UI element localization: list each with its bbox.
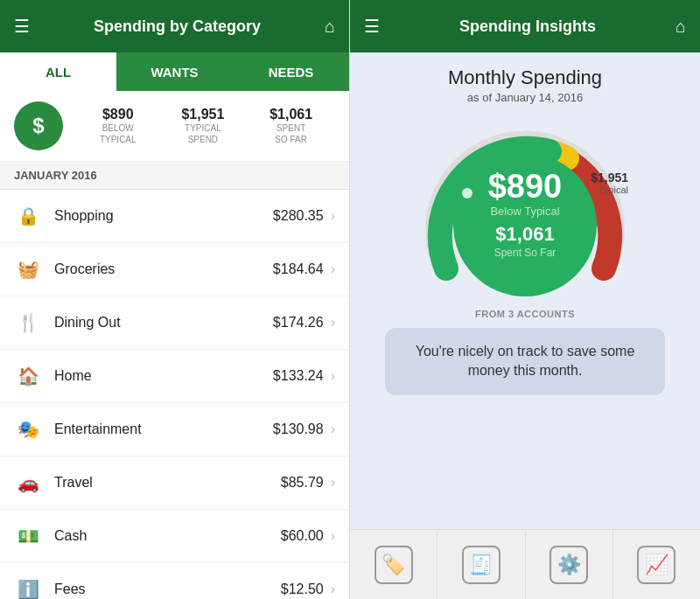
from-accounts: FROM 3 ACCOUNTS (475, 309, 575, 319)
gauge-container: $890 Below Typical $1,061 Spent So Far $… (411, 111, 639, 303)
groceries-name: Groceries (54, 261, 273, 277)
right-panel: ☰ Spending Insights ⌂ Monthly Spending a… (350, 0, 700, 599)
right-home-icon[interactable]: ⌂ (676, 17, 686, 37)
dining-name: Dining Out (54, 315, 273, 331)
entertainment-icon: 🎭 (14, 415, 42, 443)
shopping-chevron-icon: › (331, 208, 335, 224)
monthly-date: as of January 14, 2016 (467, 91, 583, 104)
travel-icon: 🚗 (14, 469, 42, 497)
stat-typical-spend: $1,951 TYPICALSPEND (181, 107, 224, 145)
groceries-icon: 🧺 (14, 255, 42, 283)
spent-so-far-label: SPENTSO FAR (270, 122, 312, 145)
gauge-main-amount: $890 (455, 170, 595, 203)
nav-item-tag[interactable]: 🏷️ (350, 530, 438, 599)
fees-chevron-icon: › (331, 582, 335, 597)
message-bubble: You're nicely on track to save some mone… (385, 328, 665, 395)
monthly-title: Monthly Spending (448, 66, 602, 89)
entertainment-amount: $130.98 (273, 421, 324, 437)
tab-all[interactable]: ALL (0, 52, 116, 91)
entertainment-name: Entertainment (54, 421, 273, 437)
nav-item-chart[interactable]: 📈 (613, 530, 700, 599)
home-name: Home (54, 368, 273, 384)
spent-so-far-amount: $1,061 (270, 107, 312, 122)
gauge-spend-label: Spent So Far (455, 247, 595, 259)
category-list: 🔒 Shopping $280.35 › 🧺 Groceries $184.64… (0, 190, 349, 599)
below-typical-label: BELOWTYPICAL (100, 122, 136, 145)
home-chevron-icon: › (331, 368, 335, 384)
cash-chevron-icon: › (331, 528, 335, 544)
right-header: ☰ Spending Insights ⌂ (350, 0, 700, 52)
cash-name: Cash (54, 528, 281, 544)
typical-label: $1,951 Typical (591, 171, 628, 195)
dining-icon: 🍴 (14, 309, 42, 337)
insights-content: Monthly Spending as of January 14, 2016 … (350, 52, 700, 529)
shopping-amount: $280.35 (273, 208, 324, 224)
typical-spend-amount: $1,951 (181, 107, 224, 122)
category-item-shopping[interactable]: 🔒 Shopping $280.35 › (0, 190, 349, 243)
gauge-center: $890 Below Typical $1,061 Spent So Far (455, 170, 595, 259)
chart-icon: 📈 (637, 546, 676, 584)
category-item-travel[interactable]: 🚗 Travel $85.79 › (0, 456, 349, 510)
tab-needs[interactable]: NEEDS (233, 52, 349, 91)
category-item-home[interactable]: 🏠 Home $133.24 › (0, 350, 349, 403)
category-item-cash[interactable]: 💵 Cash $60.00 › (0, 510, 349, 563)
typical-spend-label: TYPICALSPEND (181, 122, 224, 145)
entertainment-chevron-icon: › (331, 421, 335, 437)
home-amount: $133.24 (273, 368, 324, 384)
summary-stats: $890 BELOWTYPICAL $1,951 TYPICALSPEND $1… (77, 107, 335, 145)
category-item-dining[interactable]: 🍴 Dining Out $174.26 › (0, 296, 349, 350)
dollar-icon: $ (32, 114, 44, 138)
home-icon: 🏠 (14, 362, 42, 390)
left-title: Spending by Category (94, 17, 261, 36)
fees-icon: ℹ️ (14, 575, 42, 599)
dining-amount: $174.26 (273, 315, 324, 331)
travel-chevron-icon: › (331, 475, 335, 491)
groceries-amount: $184.64 (273, 261, 324, 277)
receipt-icon: 🧾 (462, 546, 500, 584)
green-circle-icon: $ (14, 101, 63, 150)
dining-chevron-icon: › (331, 315, 335, 331)
travel-amount: $85.79 (281, 475, 324, 491)
fees-name: Fees (54, 582, 281, 597)
settings-icon: ⚙️ (550, 546, 588, 584)
below-typical-amount: $890 (100, 107, 136, 122)
stat-spent-so-far: $1,061 SPENTSO FAR (270, 107, 312, 145)
shopping-name: Shopping (54, 208, 273, 224)
groceries-chevron-icon: › (331, 261, 335, 277)
tag-icon: 🏷️ (374, 546, 413, 584)
travel-name: Travel (54, 475, 281, 491)
nav-item-receipt[interactable]: 🧾 (438, 530, 525, 599)
tabs-container: ALL WANTS NEEDS (0, 52, 349, 91)
fees-amount: $12.50 (281, 582, 324, 597)
shopping-icon: 🔒 (14, 202, 42, 230)
gauge-below-label: Below Typical (455, 205, 595, 218)
left-header: ☰ Spending by Category ⌂ (0, 0, 349, 52)
stat-below-typical: $890 BELOWTYPICAL (100, 107, 136, 145)
gauge-spend-amount: $1,061 (455, 223, 595, 246)
message-text: You're nicely on track to save some mone… (402, 342, 648, 381)
right-title: Spending Insights (459, 17, 596, 36)
summary-row: $ $890 BELOWTYPICAL $1,951 TYPICALSPEND … (0, 91, 349, 162)
cash-amount: $60.00 (281, 528, 324, 544)
month-label: JANUARY 2016 (0, 162, 349, 190)
left-hamburger-icon[interactable]: ☰ (14, 16, 30, 37)
nav-item-settings[interactable]: ⚙️ (526, 530, 613, 599)
left-home-icon[interactable]: ⌂ (325, 17, 335, 37)
category-item-entertainment[interactable]: 🎭 Entertainment $130.98 › (0, 403, 349, 456)
bottom-nav: 🏷️ 🧾 ⚙️ 📈 (350, 529, 700, 599)
cash-icon: 💵 (14, 522, 42, 550)
right-hamburger-icon[interactable]: ☰ (364, 16, 380, 37)
left-panel: ☰ Spending by Category ⌂ ALL WANTS NEEDS… (0, 0, 350, 599)
typical-amount: $1,951 (591, 171, 628, 185)
typical-text: Typical (591, 185, 628, 195)
category-item-fees[interactable]: ℹ️ Fees $12.50 › (0, 563, 349, 599)
tab-wants[interactable]: WANTS (116, 52, 233, 91)
category-item-groceries[interactable]: 🧺 Groceries $184.64 › (0, 243, 349, 296)
